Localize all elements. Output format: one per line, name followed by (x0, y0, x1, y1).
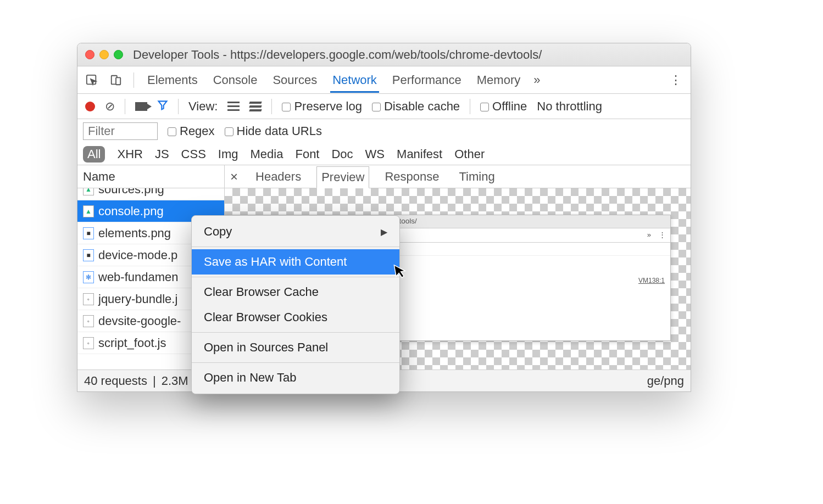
record-button[interactable] (85, 102, 95, 111)
throttling-select[interactable]: No throttling (537, 99, 602, 114)
separator (178, 99, 179, 114)
ctx-open-sources[interactable]: Open in Sources Panel (192, 335, 399, 360)
disable-cache-checkbox[interactable]: Disable cache (372, 99, 460, 114)
tab-memory[interactable]: Memory (475, 68, 522, 93)
detail-tab-timing[interactable]: Timing (455, 166, 499, 187)
filter-xhr[interactable]: XHR (117, 147, 142, 161)
tab-sources[interactable]: Sources (270, 68, 319, 93)
status-separator: | (153, 374, 156, 388)
filter-ws[interactable]: WS (365, 147, 385, 161)
clear-button[interactable]: ⊘ (105, 99, 115, 114)
image-file-icon: ▲ (83, 188, 94, 195)
tab-network[interactable]: Network (330, 68, 379, 93)
minimize-window-button[interactable] (99, 50, 109, 59)
filter-doc[interactable]: Doc (331, 147, 353, 161)
script-file-icon: ◦ (83, 315, 94, 327)
status-requests: 40 requests (84, 374, 147, 388)
tab-elements[interactable]: Elements (145, 68, 200, 93)
detail-tabs: × Headers Preview Response Timing (225, 165, 691, 188)
waterfall-view-icon[interactable] (249, 102, 262, 111)
gear-icon: ✻ (83, 271, 94, 283)
ctx-clear-cache[interactable]: Clear Browser Cache (192, 279, 399, 305)
tab-console[interactable]: Console (211, 68, 260, 93)
window-title: Developer Tools - https://developers.goo… (133, 48, 542, 62)
titlebar: Developer Tools - https://developers.goo… (77, 43, 691, 66)
filter-css[interactable]: CSS (181, 147, 206, 161)
filter-img[interactable]: Img (218, 147, 238, 161)
detail-tab-preview[interactable]: Preview (316, 166, 369, 188)
view-label: View: (188, 99, 218, 114)
separator (192, 362, 399, 363)
offline-checkbox[interactable]: Offline (480, 99, 527, 114)
separator (192, 277, 399, 277)
separator (271, 99, 272, 114)
maximize-window-button[interactable] (114, 50, 123, 59)
preserve-log-checkbox[interactable]: Preserve log (282, 99, 362, 114)
image-file-icon: ■ (83, 227, 94, 239)
filter-manifest[interactable]: Manifest (397, 147, 442, 161)
script-file-icon: ◦ (83, 293, 94, 305)
network-filter-row: Regex Hide data URLs (77, 119, 691, 143)
filter-all[interactable]: All (83, 146, 105, 163)
separator (470, 99, 470, 114)
image-file-icon: ▲ (83, 205, 94, 217)
tabs-overflow-icon[interactable]: » (533, 73, 540, 87)
ctx-copy[interactable]: Copy (192, 219, 399, 244)
detail-tab-headers[interactable]: Headers (251, 166, 305, 187)
filter-media[interactable]: Media (251, 147, 283, 161)
window-controls (85, 50, 123, 59)
separator (125, 99, 125, 114)
filter-toggle-icon[interactable] (157, 99, 168, 114)
request-row[interactable]: ▲sources.png (77, 188, 224, 200)
ctx-open-new-tab[interactable]: Open in New Tab (192, 365, 399, 390)
settings-kebab-icon[interactable]: ⋮ (670, 73, 683, 87)
image-file-icon: ■ (83, 249, 94, 261)
filter-input[interactable] (83, 122, 158, 140)
close-detail-icon[interactable]: × (230, 169, 238, 184)
status-mime: ge/png (647, 374, 684, 388)
inspect-icon[interactable] (85, 74, 98, 87)
large-rows-icon[interactable] (227, 102, 240, 111)
regex-checkbox[interactable]: Regex (168, 124, 215, 138)
device-toggle-icon[interactable] (109, 74, 123, 87)
separator (134, 72, 134, 88)
name-header[interactable]: Name (77, 165, 224, 188)
hide-data-urls-checkbox[interactable]: Hide data URLs (225, 124, 322, 138)
network-toolbar: ⊘ View: Preserve log Disable cache Offli… (77, 94, 691, 119)
filter-font[interactable]: Font (295, 147, 319, 161)
devtools-tabs: Elements Console Sources Network Perform… (77, 66, 691, 94)
filter-js[interactable]: JS (155, 147, 169, 161)
ctx-save-har[interactable]: Save as HAR with Content (192, 249, 399, 275)
script-file-icon: ◦ (83, 337, 94, 349)
tab-performance[interactable]: Performance (390, 68, 464, 93)
screenshot-icon[interactable] (135, 102, 147, 111)
filter-other[interactable]: Other (454, 147, 485, 161)
separator (192, 247, 399, 247)
status-size: 2.3M (162, 374, 188, 388)
type-filter-row: All XHR JS CSS Img Media Font Doc WS Man… (77, 143, 691, 165)
detail-tab-response[interactable]: Response (380, 166, 443, 187)
ctx-clear-cookies[interactable]: Clear Browser Cookies (192, 305, 399, 330)
svg-rect-2 (116, 77, 120, 85)
separator (192, 332, 399, 333)
context-menu: Copy Save as HAR with Content Clear Brow… (191, 215, 400, 394)
thumb-vm-link: VM138:1 (638, 277, 665, 284)
close-window-button[interactable] (85, 50, 94, 59)
